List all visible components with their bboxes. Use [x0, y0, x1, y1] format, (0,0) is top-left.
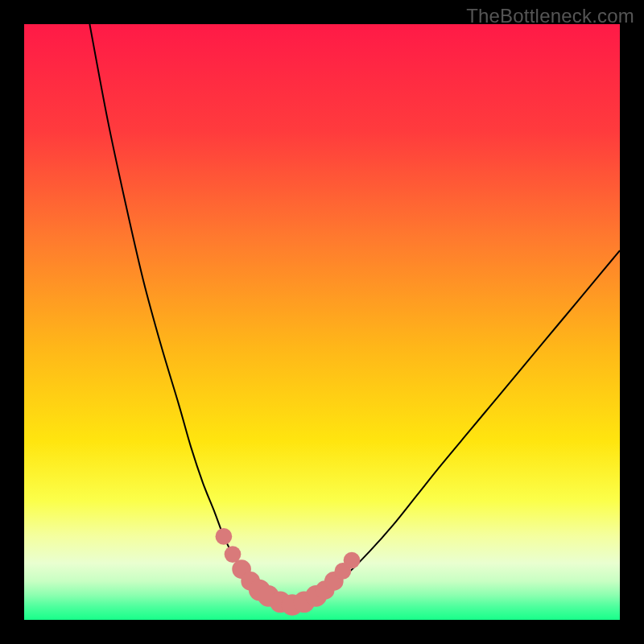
gradient-background [24, 24, 620, 620]
chart-frame: TheBottleneck.com [0, 0, 644, 644]
chart-plot [24, 24, 620, 620]
curve-marker [344, 552, 361, 569]
chart-svg [24, 24, 620, 620]
curve-marker [225, 546, 242, 563]
curve-marker [216, 528, 233, 545]
